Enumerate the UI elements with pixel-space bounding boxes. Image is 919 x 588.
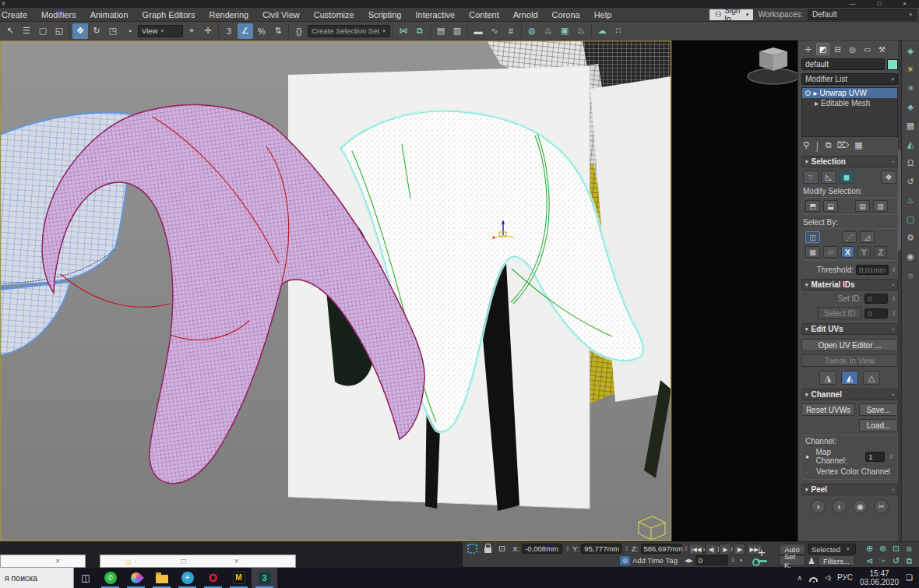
perspective-viewport[interactable] [0, 40, 798, 541]
vertex-mode-button[interactable]: ∵ [803, 171, 819, 184]
select-and-place-button[interactable]: ◔ [121, 23, 137, 39]
named-selection-set-combo[interactable]: Create Selection Set ▾ [308, 25, 390, 37]
selected-filter-dropdown[interactable]: Selected ▾ [808, 544, 856, 555]
pin-stack-icon[interactable]: ⚲ [803, 140, 809, 150]
menu-interactive[interactable]: Interactive [408, 10, 462, 19]
menu-scripting[interactable]: Scripting [361, 10, 409, 19]
quick-planar-y-button[interactable]: ◭ [841, 371, 858, 385]
scene-explorer-button[interactable]: ▤ [433, 23, 449, 39]
pan-icon[interactable]: ☞ [876, 555, 889, 567]
minimize-button[interactable]: — [849, 0, 855, 8]
spinner-icon[interactable]: ⇕ [731, 557, 736, 564]
menu-arnold[interactable]: Arnold [506, 10, 545, 19]
render-in-cloud-button[interactable]: ☁ [594, 23, 610, 39]
close-button[interactable]: × [903, 0, 907, 8]
corona-sun-icon[interactable]: ☀ [904, 63, 917, 76]
load-button[interactable]: Load... [859, 419, 898, 431]
expand-arrow-icon[interactable]: ▸ [815, 99, 819, 107]
previous-frame-button[interactable]: ◀| [705, 544, 717, 555]
select-and-rotate-button[interactable]: ↻ [89, 23, 104, 39]
object-color-swatch[interactable] [887, 59, 898, 70]
render-setup-button[interactable]: ♨ [540, 23, 556, 39]
spinner-snap-button[interactable]: ⇅ [270, 23, 286, 39]
edit-named-selection-sets-button[interactable]: {} [291, 23, 307, 39]
corona-refresh-icon[interactable]: ↺ [904, 175, 917, 188]
zoom-all-icon[interactable]: ⊛ [876, 543, 889, 555]
menu-rendering[interactable]: Rendering [202, 10, 255, 19]
close-icon[interactable]: × [55, 557, 60, 565]
hidden-icons-chevron[interactable]: ∧ [798, 574, 803, 582]
corona-interactive-render-icon[interactable]: ◈ [904, 44, 917, 57]
taskbar-app-whatsapp[interactable]: ✆ [97, 567, 123, 588]
play-button[interactable]: ▶ [719, 544, 731, 555]
select-id-button[interactable]: Select ID [818, 307, 861, 319]
add-time-tag-label[interactable]: Add Time Tag [632, 556, 678, 565]
menu-content[interactable]: Content [462, 10, 506, 19]
menu-help[interactable]: Help [587, 10, 619, 19]
taskbar-app-opera[interactable]: O [200, 567, 226, 588]
select-by-name-button[interactable]: ☰ [19, 23, 34, 39]
close-icon[interactable]: × [234, 557, 239, 565]
show-end-result-icon[interactable]: ⌡ [815, 141, 820, 150]
rollout-channel-header[interactable]: ▾ Channel ▪ [801, 389, 898, 400]
align-button[interactable]: ⧉ [412, 23, 428, 39]
curve-editor-button[interactable]: ∿ [487, 23, 502, 39]
quick-planar-x-button[interactable]: ◮ [819, 371, 836, 385]
rollout-edit-uvs-header[interactable]: ▾ Edit UVs ▪ [801, 323, 898, 335]
configure-modifier-sets-icon[interactable]: ▦ [854, 140, 862, 150]
snaps-toggle-button[interactable]: 3 [221, 23, 237, 39]
stack-item-editable-mesh[interactable]: ▸ Editable Mesh [802, 98, 897, 108]
current-frame-field[interactable]: 0 [695, 555, 728, 565]
tab-create[interactable]: ✛ [801, 43, 815, 55]
select-by-planar-button[interactable]: ◿ [860, 231, 875, 243]
schematic-view-button[interactable]: # [503, 23, 519, 39]
maximize-button[interactable]: □ [877, 0, 881, 8]
field-of-view-icon[interactable]: ⊲ [863, 555, 876, 567]
modifier-list-dropdown[interactable]: Modifier List ▾ [801, 73, 898, 85]
next-frame-button[interactable]: |▶ [733, 544, 745, 555]
quick-planar-z-button[interactable]: △ [863, 371, 880, 385]
set-key-button[interactable]: Set K. [779, 555, 805, 566]
taskbar-app-mail[interactable]: M [226, 567, 252, 588]
spinner-icon[interactable]: ⇕ [891, 266, 896, 273]
menu-civil-view[interactable]: Civil View [255, 10, 306, 19]
corona-render-teapot-icon[interactable]: ♨ [904, 194, 917, 206]
menu-animation[interactable]: Animation [83, 10, 136, 19]
reset-uvws-button[interactable]: Reset UVWs [801, 403, 855, 416]
menu-corona[interactable]: Corona [545, 10, 587, 19]
vertex-color-radio[interactable]: ○ [805, 468, 812, 475]
quick-peel-button[interactable]: ◖ [811, 499, 826, 514]
select-and-move-button[interactable]: ✥ [72, 23, 88, 39]
select-by-cube-button[interactable]: ◫ [805, 231, 820, 243]
taskbar-app-telegram[interactable]: ✈ [174, 567, 200, 588]
angle-snap-button[interactable]: ∠ [238, 23, 253, 39]
corona-eye-icon[interactable]: ◉ [904, 250, 917, 262]
open-uv-editor-button[interactable]: Open UV Editor ... [801, 339, 898, 351]
axis-x-button[interactable]: X [841, 246, 854, 258]
corona-bell-icon[interactable]: Ω [904, 157, 917, 169]
restore-icon[interactable]: □ [181, 557, 186, 565]
select-by-edge-loop-button[interactable]: ⋰ [842, 231, 857, 243]
corona-settings-icon[interactable]: ⚙ [904, 231, 917, 244]
corona-light-icon[interactable]: ☼ [904, 269, 917, 281]
key-filters-character-icon[interactable]: ♟ [808, 556, 815, 566]
taskbar-app-3dsmax[interactable]: 3 [252, 567, 277, 588]
set-id-field[interactable]: 0 [864, 294, 888, 304]
isolate-selection-toggle[interactable] [467, 544, 477, 554]
tab-motion[interactable]: ◎ [846, 43, 859, 55]
tab-display[interactable]: ▭ [861, 43, 874, 55]
corona-scatter-icon[interactable]: ✳ [904, 82, 917, 94]
tab-hierarchy[interactable]: ⊟ [831, 43, 844, 55]
select-object-button[interactable]: ↖ [2, 23, 18, 39]
grow-selection-button[interactable]: ⬒ [805, 200, 820, 212]
language-indicator[interactable]: РУС [837, 573, 853, 582]
stack-item-unwrap-uvw[interactable]: ⊙ ▸ Unwrap UVW [802, 88, 897, 98]
taskbar-search-box[interactable]: я поиска [0, 567, 74, 588]
remove-modifier-icon[interactable]: ⌦ [837, 140, 850, 150]
spinner-icon[interactable]: ⇕ [891, 295, 896, 302]
select-element-button[interactable]: ❖ [881, 171, 896, 184]
menu-customize[interactable]: Customize [307, 10, 361, 19]
mirror-button[interactable]: ⋈ [396, 23, 411, 39]
percent-snap-button[interactable]: % [254, 23, 269, 39]
map-channel-radio[interactable]: ● [805, 453, 812, 460]
